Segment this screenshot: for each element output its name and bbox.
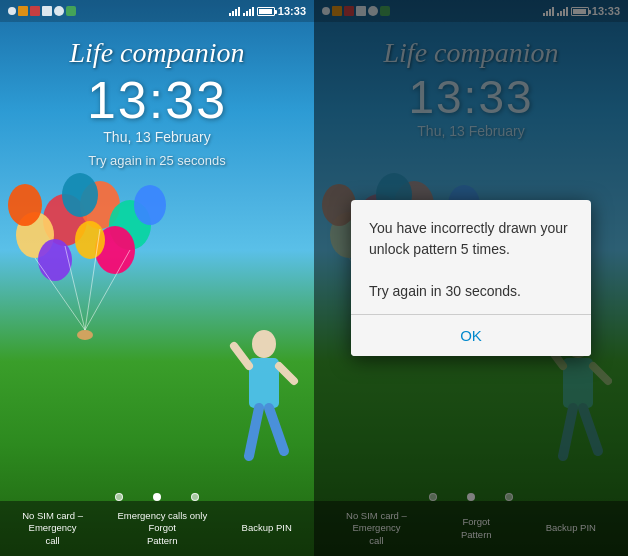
dialog-message: You have incorrectly drawn your unlock p… (369, 220, 568, 299)
notif-icon-2 (18, 6, 28, 16)
right-screen: 13:33 Life companion 13:33 Thu, 13 Febru… (314, 0, 628, 556)
left-status-bar: 13:33 (0, 0, 314, 22)
ok-button[interactable]: OK (430, 325, 512, 346)
left-date: Thu, 13 February (103, 129, 210, 145)
left-try-again: Try again in 25 seconds (88, 153, 226, 168)
signal-icon (243, 6, 254, 16)
left-clock: 13:33 (87, 74, 227, 126)
notif-icon-3 (30, 6, 40, 16)
left-bottom-bar: No SIM card – Emergency call Emergency c… (0, 501, 314, 556)
left-forgot-btn[interactable]: Emergency calls only Forgot Pattern (117, 510, 207, 547)
notif-icon-6 (66, 6, 76, 16)
left-notification-icons (8, 6, 76, 16)
left-status-right: 13:33 (229, 5, 306, 17)
notif-icon-5 (54, 6, 64, 16)
left-no-sim-btn[interactable]: No SIM card – Emergency call (22, 510, 83, 547)
error-dialog: You have incorrectly drawn your unlock p… (351, 200, 591, 356)
dialog-body: You have incorrectly drawn your unlock p… (351, 200, 591, 314)
left-main-content: Life companion 13:33 Thu, 13 February Tr… (0, 22, 314, 501)
left-backup-pin-btn[interactable]: Backup PIN (242, 522, 292, 534)
wifi-icon (229, 6, 240, 16)
dialog-overlay: You have incorrectly drawn your unlock p… (314, 0, 628, 556)
battery-icon (257, 7, 275, 16)
left-life-companion: Life companion (70, 37, 245, 69)
dialog-ok-area: OK (351, 315, 591, 356)
left-status-time: 13:33 (278, 5, 306, 17)
notif-icon-4 (42, 6, 52, 16)
notif-icon-1 (8, 7, 16, 15)
left-screen: 13:33 Life companion 13:33 Thu, 13 Febru… (0, 0, 314, 556)
